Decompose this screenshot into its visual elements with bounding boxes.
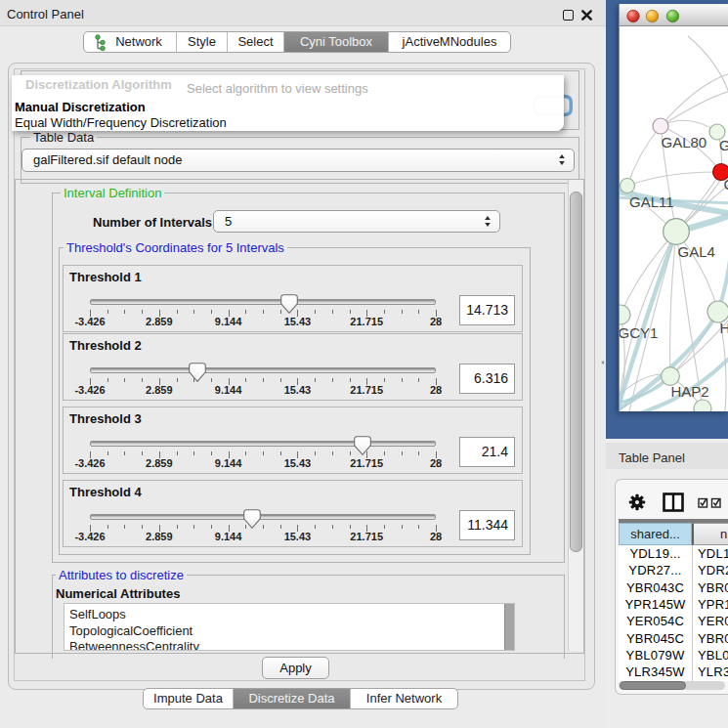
svg-text:H: H xyxy=(720,320,728,336)
svg-text:GA: GA xyxy=(719,137,728,153)
svg-text:C: C xyxy=(724,176,728,193)
svg-text:HAP2: HAP2 xyxy=(671,383,709,400)
svg-text:GAL4: GAL4 xyxy=(678,243,715,260)
svg-text:GAL11: GAL11 xyxy=(629,193,674,210)
svg-text:GCY1: GCY1 xyxy=(620,324,658,341)
svg-text:GAL80: GAL80 xyxy=(662,134,707,150)
